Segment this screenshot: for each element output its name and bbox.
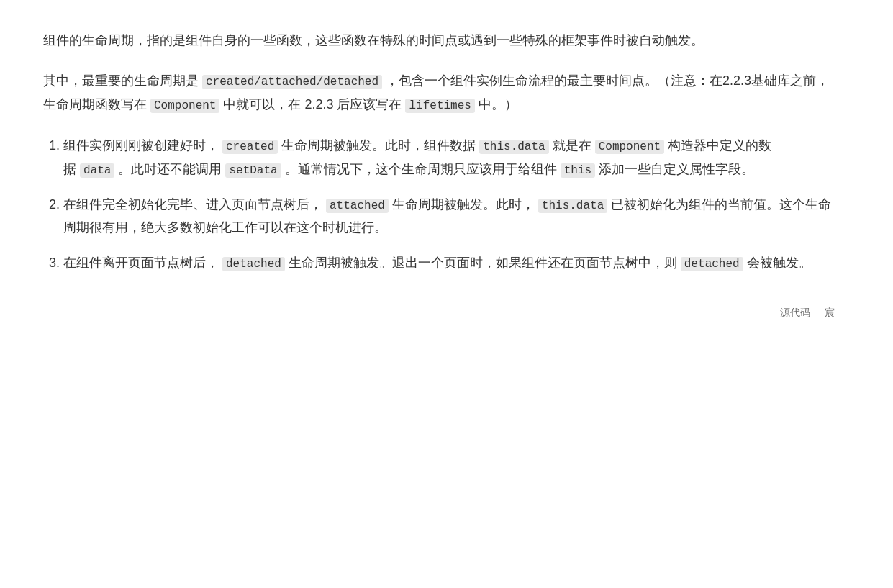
para2-code1: created/attached/detached [202,75,382,89]
para2-after2: 中就可以，在 2.2.3 后应该写在 [219,97,405,112]
item2-code2: this.data [538,199,607,213]
chen-link[interactable]: 宸 [825,304,835,322]
paragraph-2: 其中，最重要的生命周期是 created/attached/detached ，… [43,69,835,117]
item3-after: 会被触发。 [743,255,812,270]
para2-code2: Component [150,99,219,113]
item1-code3: Component [595,140,664,154]
item1-after1: 。通常情况下，这个生命周期只应该用于给组件 [281,162,561,176]
item1-code4: data [80,163,114,178]
para2-before: 其中，最重要的生命周期是 [43,73,202,88]
item2-code1: attached [326,199,389,213]
para2-after3: 中。） [475,97,517,112]
item1-code2: this.data [479,140,548,154]
item3-code2: detached [681,257,743,271]
source-link[interactable]: 源代码 [780,304,810,322]
item1-code6: this [561,163,595,178]
paragraph-1: 组件的生命周期，指的是组件自身的一些函数，这些函数在特殊的时间点或遇到一些特殊的… [43,29,835,52]
list-item-1: 组件实例刚刚被创建好时， created 生命周期被触发。此时，组件数据 thi… [63,134,835,181]
item2-middle1: 生命周期被触发。此时， [389,197,538,212]
item1-middle4: 。此时还不能调用 [114,162,225,176]
item3-middle: 生命周期被触发。退出一个页面时，如果组件还在页面节点树中，则 [285,255,681,270]
item2-before: 在组件完全初始化完毕、进入页面节点树后， [63,197,326,212]
lifecycle-list: 组件实例刚刚被创建好时， created 生命周期被触发。此时，组件数据 thi… [43,134,835,275]
list-item-3: 在组件离开页面节点树后， detached 生命周期被触发。退出一个页面时，如果… [63,251,835,275]
footer-bar: 源代码 宸 [43,297,835,322]
content-area: 组件的生命周期，指的是组件自身的一些函数，这些函数在特殊的时间点或遇到一些特殊的… [43,29,835,321]
item3-code1: detached [222,257,285,271]
para1-text: 组件的生命周期，指的是组件自身的一些函数，这些函数在特殊的时间点或遇到一些特殊的… [43,33,704,48]
item3-before: 在组件离开页面节点树后， [63,255,222,270]
item1-middle2: 就是在 [549,138,595,153]
item1-before: 组件实例刚刚被创建好时， [63,138,222,153]
item1-code5: setData [225,163,281,178]
item1-code1: created [222,140,278,154]
para2-code3: lifetimes [405,99,474,113]
item1-middle1: 生命周期被触发。此时，组件数据 [278,138,479,153]
list-item-2: 在组件完全初始化完毕、进入页面节点树后， attached 生命周期被触发。此时… [63,193,835,240]
item1-after2: 添加一些自定义属性字段。 [595,162,754,176]
